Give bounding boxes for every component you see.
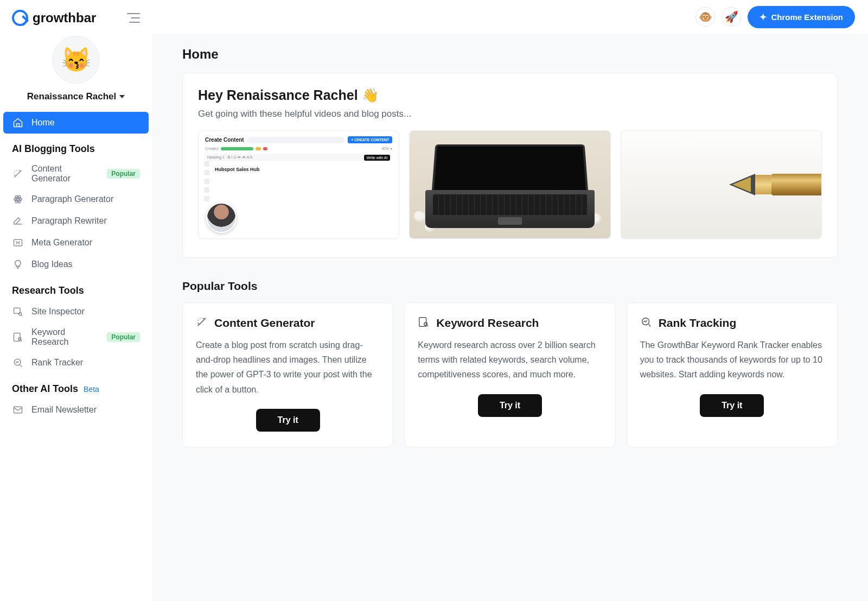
presenter-avatar [206, 203, 237, 233]
nav-label: Email Newsletter [31, 405, 140, 415]
tool-title: Content Generator [214, 317, 315, 330]
wand-icon [196, 316, 208, 330]
nav-label: Keyword Research [31, 327, 99, 347]
tool-card-rank-tracking: Rank Tracking The GrowthBar Keyword Rank… [627, 302, 838, 447]
editor-title: Create Content [205, 137, 244, 143]
chrome-extension-button[interactable]: ✦ Chrome Extension [748, 6, 855, 28]
nav-label: Blog Ideas [31, 260, 140, 269]
section-title-other: Other AI Tools Beta [0, 374, 152, 399]
section-title-research: Research Tools [0, 275, 152, 301]
tool-title: Rank Tracking [659, 317, 737, 330]
beta-badge: Beta [84, 385, 99, 394]
sidebar-item-email-newsletter[interactable]: Email Newsletter [0, 399, 152, 421]
section-title-ai-blogging: AI Blogging Tools [0, 134, 152, 159]
tags-icon [12, 237, 24, 249]
main-content: 🐵 🚀 ✦ Chrome Extension Home Hey Renaissa… [152, 0, 868, 601]
popular-tools-heading: Popular Tools [182, 280, 838, 293]
wand-icon [12, 168, 24, 180]
sidebar-item-rank-tracker[interactable]: Rank Tracker [0, 352, 152, 374]
sidebar-item-keyword-research[interactable]: Keyword Research Popular [0, 322, 152, 352]
emoji-button-monkey[interactable]: 🐵 [695, 7, 715, 27]
svg-point-12 [424, 322, 427, 326]
profile-block: 😽 Renaissance Rachel [0, 36, 152, 112]
inspect-icon [12, 306, 24, 318]
home-icon [12, 117, 24, 129]
tool-card-content-generator: Content Generator Create a blog post fro… [182, 302, 393, 447]
chart-icon [640, 316, 652, 330]
resource-card-blog-2[interactable] [621, 130, 822, 239]
bulb-icon [12, 258, 24, 270]
resource-card-video[interactable]: Create Content + CREATE CONTENT Created9… [198, 130, 399, 239]
nav-label: Paragraph Generator [31, 194, 140, 204]
try-it-button[interactable]: Try it [478, 394, 542, 417]
emoji-button-rocket[interactable]: 🚀 [722, 7, 741, 27]
nav-label: Paragraph Rewriter [31, 216, 140, 226]
nav-label: Meta Generator [31, 238, 140, 248]
logo-mark-icon [12, 10, 28, 26]
sidebar-item-home[interactable]: Home [3, 112, 149, 134]
tool-desc: Create a blog post from scratch using dr… [196, 338, 380, 397]
topbar: 🐵 🚀 ✦ Chrome Extension [152, 0, 868, 34]
chrome-ext-label: Chrome Extension [771, 12, 843, 22]
sidebar-toggle-icon[interactable] [127, 13, 140, 23]
chevron-down-icon [119, 95, 125, 98]
avatar[interactable]: 😽 [52, 36, 100, 84]
svg-point-0 [17, 198, 18, 200]
try-it-button[interactable]: Try it [256, 409, 320, 432]
sidebar-item-content-generator[interactable]: Content Generator Popular [0, 159, 152, 188]
pen-image [621, 131, 821, 238]
rewrite-icon [12, 215, 24, 227]
welcome-card: Hey Renaissance Rachel 👋 Get going with … [182, 73, 838, 258]
popular-badge: Popular [107, 332, 140, 342]
nav-label: Site Inspector [31, 307, 140, 317]
puzzle-icon: ✦ [760, 12, 767, 22]
welcome-subtitle: Get going with these helpful videos and … [198, 109, 822, 119]
editor-sample-heading: Hubspot Sales Hub [215, 167, 392, 172]
nav-label: Rank Tracker [31, 358, 140, 368]
section-title-text: Other AI Tools [12, 383, 78, 395]
research-icon [418, 316, 430, 330]
write-ai-pill: Write with AI [364, 155, 391, 161]
research-icon [12, 331, 24, 343]
nav-label: Home [31, 118, 140, 128]
page-title: Home [182, 47, 838, 62]
popular-badge: Popular [107, 169, 140, 179]
svg-point-8 [18, 338, 21, 340]
tool-title: Keyword Research [436, 317, 539, 330]
mail-icon [12, 404, 24, 416]
sidebar-item-paragraph-generator[interactable]: Paragraph Generator [0, 188, 152, 210]
brand-logo[interactable]: growthbar [12, 10, 96, 26]
welcome-title: Hey Renaissance Rachel 👋 [198, 87, 822, 103]
create-content-pill: + CREATE CONTENT [348, 136, 392, 143]
try-it-button[interactable]: Try it [700, 394, 764, 417]
sidebar-item-paragraph-rewriter[interactable]: Paragraph Rewriter [0, 210, 152, 232]
tool-card-keyword-research: Keyword Research Keyword research across… [404, 302, 615, 447]
sidebar-item-meta-generator[interactable]: Meta Generator [0, 232, 152, 254]
sidebar: growthbar 😽 Renaissance Rachel Home AI B… [0, 0, 152, 601]
nav-label: Content Generator [31, 164, 99, 184]
tool-desc: The GrowthBar Keyword Rank Tracker enabl… [640, 338, 824, 382]
sidebar-item-site-inspector[interactable]: Site Inspector [0, 301, 152, 322]
brand-name: growthbar [33, 10, 96, 26]
sidebar-item-blog-ideas[interactable]: Blog Ideas [0, 254, 152, 275]
resource-card-blog-1[interactable] [409, 130, 610, 239]
chart-icon [12, 357, 24, 369]
editor-preview: Create Content + CREATE CONTENT Created9… [199, 131, 399, 238]
tool-desc: Keyword research across over 2 billion s… [418, 338, 602, 382]
profile-name-text: Renaissance Rachel [27, 91, 116, 102]
laptop-image [410, 131, 610, 238]
profile-name-dropdown[interactable]: Renaissance Rachel [27, 91, 125, 102]
atom-icon [12, 193, 24, 205]
